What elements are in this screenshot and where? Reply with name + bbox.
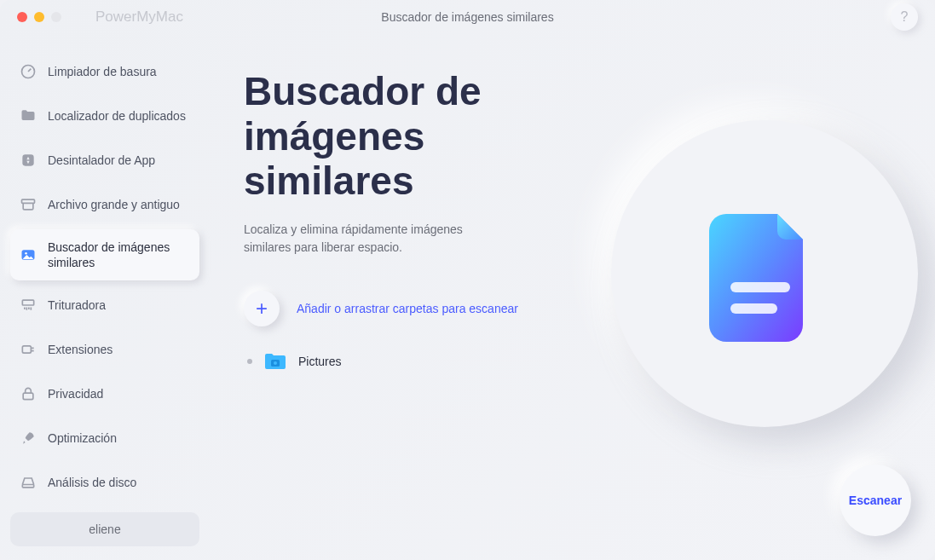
page-title: Buscador de imágenes similares — [244, 69, 585, 205]
folder-camera-icon — [264, 352, 286, 371]
svg-rect-2 — [22, 199, 35, 203]
document-icon — [709, 205, 820, 342]
app-name: PowerMyMac — [95, 9, 183, 26]
sidebar-item-similar-images[interactable]: Buscador de imágenes similares — [10, 229, 199, 280]
help-button[interactable]: ? — [891, 3, 918, 31]
main-content: Buscador de imágenes similares Localiza … — [210, 35, 935, 560]
app-icon — [19, 151, 38, 170]
archive-icon — [19, 195, 38, 214]
traffic-lights — [17, 12, 61, 22]
page-subtitle: Localiza y elimina rápidamente imágenes … — [244, 221, 499, 257]
app-window: PowerMyMac Buscador de imágenes similare… — [0, 0, 935, 560]
minimize-window-button[interactable] — [34, 12, 44, 22]
user-account-button[interactable]: eliene — [10, 512, 199, 546]
sidebar-item-label: Privacidad — [48, 386, 103, 401]
sidebar-item-label: Trituradora — [48, 297, 106, 313]
sidebar-list: Limpiador de basura Localizador de dupli… — [10, 52, 199, 502]
sidebar-item-junk-cleaner[interactable]: Limpiador de basura — [10, 52, 199, 91]
shredder-icon — [19, 296, 38, 315]
sidebar-item-shredder[interactable]: Trituradora — [10, 286, 199, 325]
sidebar-item-duplicate-finder[interactable]: Localizador de duplicados — [10, 96, 199, 136]
lock-icon — [19, 384, 38, 403]
sidebar: Limpiador de basura Localizador de dupli… — [0, 35, 210, 560]
close-window-button[interactable] — [17, 12, 27, 22]
sidebar-item-extensions[interactable]: Extensiones — [10, 330, 199, 369]
svg-rect-8 — [22, 485, 33, 488]
scan-button[interactable]: Escanear — [840, 465, 911, 536]
svg-point-4 — [25, 252, 27, 255]
sidebar-item-label: Análisis de disco — [48, 475, 136, 490]
sidebar-item-label: Archivo grande y antiguo — [48, 197, 180, 212]
gauge-icon — [19, 62, 38, 81]
titlebar: PowerMyMac Buscador de imágenes similare… — [0, 0, 935, 35]
sidebar-item-optimization[interactable]: Optimización — [10, 419, 199, 458]
sidebar-item-app-uninstaller[interactable]: Desintalador de App — [10, 141, 199, 180]
svg-point-10 — [274, 361, 277, 365]
add-folder-label: Añadir o arrastrar carpetas para escanea… — [297, 302, 518, 315]
sidebar-item-privacy[interactable]: Privacidad — [10, 374, 199, 413]
plus-icon: + — [244, 291, 280, 326]
sidebar-item-label: Localizador de duplicados — [48, 108, 186, 124]
svg-rect-12 — [730, 303, 777, 314]
sidebar-item-label: Extensiones — [48, 342, 113, 357]
sidebar-item-label: Desintalador de App — [48, 153, 155, 168]
maximize-window-button[interactable] — [51, 12, 61, 22]
hero-illustration — [611, 120, 918, 427]
rocket-icon — [19, 429, 38, 447]
sidebar-item-label: Buscador de imágenes similares — [48, 240, 191, 270]
svg-rect-5 — [22, 300, 33, 305]
sidebar-item-large-old-files[interactable]: Archivo grande y antiguo — [10, 185, 199, 224]
svg-rect-11 — [730, 282, 790, 292]
folder-name: Pictures — [298, 355, 342, 368]
svg-rect-6 — [22, 346, 31, 353]
sidebar-item-label: Limpiador de basura — [48, 64, 157, 79]
disk-icon — [19, 473, 38, 492]
bullet-icon — [247, 359, 252, 364]
image-icon — [19, 245, 38, 264]
folder-icon — [19, 107, 38, 125]
sidebar-item-disk-analysis[interactable]: Análisis de disco — [10, 463, 199, 502]
extensions-icon — [19, 340, 38, 359]
sidebar-item-label: Optimización — [48, 430, 117, 446]
window-title: Buscador de imágenes similares — [381, 10, 553, 24]
body: Limpiador de basura Localizador de dupli… — [0, 35, 935, 560]
svg-rect-1 — [22, 154, 33, 165]
svg-rect-7 — [23, 393, 33, 400]
